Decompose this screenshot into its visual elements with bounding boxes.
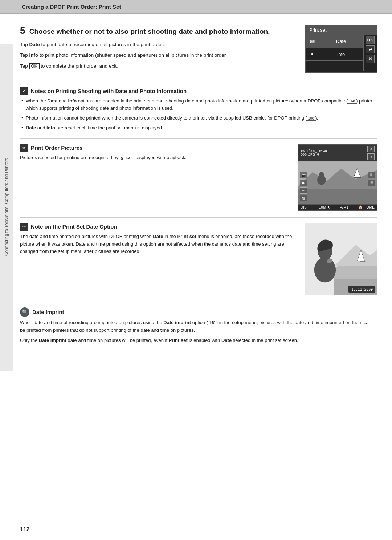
step5-body: Tap Date to print date of recording on a… — [20, 41, 294, 70]
playback-disp: DISP — [301, 205, 309, 209]
note-item-2: Photo information cannot be printed when… — [20, 114, 377, 122]
note-item-3: Date and Info are reset each time the pr… — [20, 124, 377, 132]
note-item-1: When the Date and Info options are enabl… — [20, 97, 377, 113]
date-strong2: Date — [26, 125, 36, 130]
info-strong: Info — [68, 98, 77, 104]
playback-cam-icon: 📷 — [300, 172, 307, 178]
playback-left-controls: 📷 ▶ ✏ 🗑 — [300, 172, 307, 201]
print-order-para: Pictures selected for printing are recog… — [20, 154, 287, 162]
note-date-title: Note on the Print Set Date Option — [31, 223, 117, 230]
circle-icon: 🔍 — [20, 307, 29, 317]
playback-screen: 15/11/200_ 15:30 0004.JPG 🖨 ∧ ∨ — [298, 144, 377, 211]
notes-list: When the Date and Info options are enabl… — [20, 97, 377, 132]
camera-screen-buttons: OK ↩ ✕ — [363, 35, 377, 71]
notes-printing-section: ✓ Notes on Printing Shooting with Date a… — [20, 87, 377, 132]
svg-rect-4 — [356, 177, 361, 178]
note-date-text: ✏ Note on the Print Set Date Option The … — [20, 223, 294, 295]
camera-screen: Print set ✉ Date ▪ Info OK ↩ — [305, 25, 377, 73]
playback-edit-icon: ✏ — [300, 187, 307, 194]
printset-strong: Print set — [177, 234, 196, 239]
step-number: 5 — [20, 25, 25, 36]
print-order-text: ✏ Print Order Pictures Pictures selected… — [20, 144, 287, 211]
date-strong4: Date — [221, 338, 232, 343]
divider2 — [20, 138, 377, 139]
info-row-icon: ▪ — [306, 48, 319, 60]
playback-trash-icon: 🗑 — [300, 195, 307, 201]
main-content: 5 Choose whether or not to also print sh… — [20, 14, 377, 344]
playback-right-controls: ∧ ∨ — [367, 146, 375, 160]
print-order-section: ✏ Print Order Pictures Pictures selected… — [20, 144, 377, 211]
info-bold: Info — [29, 52, 38, 58]
date-row-label: Date — [319, 36, 363, 47]
printset-strong2: Print set — [169, 338, 188, 343]
playback-image: 📷 ▶ ✏ 🗑 🔍 ⊞ — [298, 161, 377, 205]
sidebar: Connecting to Televisions, Computers and… — [0, 44, 13, 371]
date-imprint-strong2: Date imprint — [39, 338, 66, 343]
cancel-button[interactable]: ✕ — [366, 55, 375, 63]
info-strong2: Info — [46, 125, 55, 130]
playback-up[interactable]: ∧ — [367, 146, 375, 152]
pencil-icon: ✏ — [20, 144, 28, 152]
date-imprint-para1: When date and time of recording are impr… — [20, 319, 377, 334]
note-date-para: The date and time printed on pictures wi… — [20, 233, 294, 255]
date-imprint-section: 🔍 Date Imprint When date and time of rec… — [20, 307, 377, 344]
svg-rect-11 — [360, 261, 365, 262]
playback-bottom-bar: DISP 10M ★ 4/ 41 🏠 HOME — [298, 205, 377, 210]
ref-168: 168 — [348, 99, 356, 104]
step5-text: 5 Choose whether or not to also print sh… — [20, 25, 294, 73]
portrait-svg: 15.11.2009 — [305, 223, 377, 295]
print-order-title: Print Order Pictures — [31, 145, 83, 151]
notes-title: Notes on Printing Shooting with Date and… — [31, 88, 187, 94]
pencil-icon2: ✏ — [20, 223, 28, 231]
note-date-body: The date and time printed on pictures wi… — [20, 233, 294, 255]
playback-grid-icon[interactable]: ⊞ — [368, 180, 375, 186]
camera-screen-rows: ✉ Date ▪ Info — [306, 35, 363, 71]
ok-icon: OK — [29, 63, 40, 69]
date-imprint-title: Date Imprint — [32, 309, 64, 315]
print-order-body: Pictures selected for printing are recog… — [20, 154, 287, 162]
portrait-box: 15.11.2009 — [305, 223, 377, 295]
notes-body: When the Date and Info options are enabl… — [20, 97, 377, 132]
step5-para2: Tap Info to print photo information (shu… — [20, 51, 294, 59]
check-icon: ✓ — [20, 87, 28, 95]
playback-zoom-in[interactable]: 🔍 — [368, 172, 375, 178]
camera-row-date[interactable]: ✉ Date — [306, 35, 363, 48]
ref-140: 140 — [208, 321, 216, 325]
divider4 — [20, 302, 377, 302]
info-row-label: Info — [319, 49, 363, 60]
playback-svg — [298, 161, 377, 205]
svg-point-6 — [319, 172, 324, 178]
camera-row-empty — [306, 60, 363, 71]
step5-para3: Tap OK to complete the print order and e… — [20, 62, 294, 70]
camera-screen-title: Print set — [306, 25, 377, 35]
header-bar: Creating a DPOF Print Order: Print Set — [0, 0, 392, 14]
svg-point-14 — [314, 257, 336, 282]
playback-down[interactable]: ∨ — [367, 153, 375, 160]
playback-home: 🏠 HOME — [358, 205, 375, 209]
step5-heading: 5 Choose whether or not to also print sh… — [20, 25, 294, 37]
sidebar-label: Connecting to Televisions, Computers and… — [4, 158, 9, 256]
camera-screen-body: ✉ Date ▪ Info OK ↩ ✕ — [306, 35, 377, 71]
date-strong: Date — [47, 98, 57, 104]
step5-heading-text: Choose whether or not to also print shoo… — [29, 28, 270, 35]
date-strong3: Date — [153, 234, 163, 239]
back-button[interactable]: ↩ — [366, 45, 375, 53]
step5-section: 5 Choose whether or not to also print sh… — [20, 21, 377, 73]
notes-header: ✓ Notes on Printing Shooting with Date a… — [20, 87, 377, 95]
date-bold: Date — [29, 42, 40, 47]
playback-zoom-controls: 🔍 ⊞ — [368, 172, 375, 186]
playback-play-icon: ▶ — [300, 180, 307, 186]
page-number: 112 — [20, 526, 30, 533]
note-date-header: ✏ Note on the Print Set Date Option — [20, 223, 294, 231]
playback-filename: 15/11/200_ 15:30 0004.JPG 🖨 — [301, 149, 327, 156]
divider1 — [20, 82, 377, 82]
divider3 — [20, 217, 377, 218]
note-date-section: ✏ Note on the Print Set Date Option The … — [20, 223, 377, 295]
camera-row-info[interactable]: ▪ Info — [306, 48, 363, 60]
print-order-header: ✏ Print Order Pictures — [20, 144, 287, 152]
ok-button[interactable]: OK — [366, 36, 375, 44]
playback-top-bar: 15/11/200_ 15:30 0004.JPG 🖨 ∧ ∨ — [298, 145, 377, 161]
step5-para1: Tap Date to print date of recording on a… — [20, 41, 294, 49]
playback-file: 0004.JPG 🖨 — [301, 153, 327, 156]
playback-datetime: 15/11/200_ 15:30 — [301, 149, 327, 153]
